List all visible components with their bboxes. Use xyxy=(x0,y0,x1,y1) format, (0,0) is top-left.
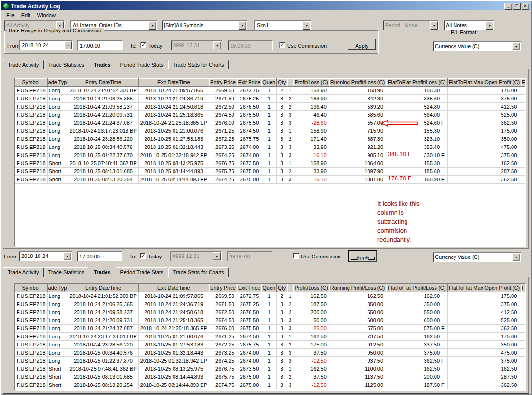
tab-period-trade-stats-lower[interactable]: Period Trade Stats xyxy=(116,267,168,277)
apply-button[interactable]: Apply xyxy=(348,39,376,50)
table-row[interactable]: F.US.EPZ18Long2018-10-25 01:22:37.870201… xyxy=(15,151,526,159)
tab-trade-stats-for-charts-lower[interactable]: Trade Stats for Charts xyxy=(168,267,229,277)
lower-from-date-select[interactable]: 2018-10-24 ▼ xyxy=(19,251,72,261)
tab-trade-activity-lower[interactable]: Trade Activity xyxy=(3,267,44,277)
lower-pl-format-select[interactable]: Currency Value (C) ▼ xyxy=(433,252,521,262)
column-header[interactable]: Symbol xyxy=(15,284,48,292)
cell: 2018-10-24 21:24:36.719 xyxy=(139,300,209,308)
tab-trade-activity[interactable]: Trade Activity xyxy=(3,60,44,69)
close-button[interactable]: × xyxy=(522,3,529,10)
cell: 175.00 xyxy=(293,341,329,349)
notes-filter-select[interactable]: All Notes ▼ xyxy=(444,20,494,30)
column-header[interactable]: Qty xyxy=(277,284,287,292)
to-date-select[interactable]: 9999-12-31 ▼ xyxy=(171,40,222,50)
today-checkbox[interactable] xyxy=(140,42,146,48)
column-header[interactable]: ade Typ xyxy=(48,284,68,292)
column-header[interactable]: Exit Price xyxy=(237,78,261,87)
table-row[interactable]: F.US.EPZ18Long2018-10-24 23:28:56.220201… xyxy=(15,135,526,143)
table-row[interactable]: F.US.EPZ18Short2018-10-25 08:13:20.25420… xyxy=(15,381,526,389)
table-row[interactable]: F.US.EPZ18Long2018-10-24 23:17:23.013 BP… xyxy=(15,333,526,341)
maximize-button[interactable]: □ xyxy=(513,3,521,10)
column-header[interactable]: Exit DateTime xyxy=(139,284,209,292)
table-row[interactable]: F.US.EPZ18Long2018-10-24 21:01:52.300 BP… xyxy=(15,292,526,300)
tab-trade-statistics[interactable]: Trade Statistics xyxy=(44,60,89,69)
table-row[interactable]: F.US.EPZ18Long2018-10-24 21:24:37.087201… xyxy=(15,325,526,333)
column-header[interactable]: Quen xyxy=(261,78,277,87)
column-header[interactable]: Qty xyxy=(277,78,287,87)
table-row[interactable]: F.US.EPZ18Long2018-10-24 23:17:23.013 BP… xyxy=(15,127,526,135)
column-header[interactable]: Entry DateTime xyxy=(68,78,138,87)
menu-file[interactable]: File xyxy=(3,11,18,19)
column-header[interactable]: Entry Price xyxy=(209,284,237,292)
column-header[interactable]: FlatToFlat Max Open Profit (C) xyxy=(448,284,521,292)
column-header[interactable]: Fl xyxy=(521,78,526,87)
symbols-filter-select[interactable]: [Sim]All Symbols ▼ xyxy=(162,20,247,30)
table-row[interactable]: F.US.EPZ18Long2018-10-24 21:09:58.237201… xyxy=(15,308,526,316)
lower-apply-button[interactable]: Apply xyxy=(349,251,377,262)
table-row[interactable]: F.US.EPZ18Short2018-10-25 08:13:01.68520… xyxy=(15,168,526,176)
column-header[interactable]: Exit DateTime xyxy=(139,78,209,87)
table-row[interactable]: F.US.EPZ18Long2018-10-25 00:34:40.576201… xyxy=(15,143,526,151)
column-header[interactable]: Profit/Loss (C) xyxy=(293,284,329,292)
use-commission-checkbox[interactable] xyxy=(279,42,285,48)
menu-window[interactable]: Window xyxy=(34,11,59,19)
table-row[interactable]: F.US.EPZ18Short2018-10-25 08:13:20.25420… xyxy=(15,176,526,184)
table-row[interactable]: F.US.EPZ18Long2018-10-24 21:20:09.731201… xyxy=(15,111,526,119)
table-row[interactable]: F.US.EPZ18Long2018-10-24 21:09:58.237201… xyxy=(15,103,526,111)
account-filter-select[interactable]: Sim1 ▼ xyxy=(254,20,311,30)
cell: F.US.EPZ18 xyxy=(15,135,48,143)
minimize-button[interactable]: _ xyxy=(504,3,512,10)
tab-trade-stats-for-charts[interactable]: Trade Stats for Charts xyxy=(168,60,229,69)
column-header[interactable] xyxy=(287,284,293,292)
lower-to-time-input[interactable] xyxy=(227,251,272,261)
table-row[interactable]: F.US.EPZ18Long2018-10-25 01:22:37.870201… xyxy=(15,357,526,365)
cell: F.US.EPZ18 xyxy=(15,333,48,341)
table-row[interactable]: F.US.EPZ18Short2018-10-25 07:48:41.362 B… xyxy=(15,159,526,168)
column-header[interactable]: Quen xyxy=(261,284,277,292)
column-header[interactable] xyxy=(287,78,293,87)
cell xyxy=(521,333,526,341)
column-header[interactable]: Symbol xyxy=(15,78,48,87)
to-time-input[interactable] xyxy=(228,40,273,50)
table-row[interactable]: F.US.EPZ18Long2018-10-24 21:20:09.731201… xyxy=(15,316,526,325)
table-row[interactable]: F.US.EPZ18Long2018-10-24 21:01:52.300 BP… xyxy=(15,87,526,95)
column-header[interactable]: Running Profit/Loss (C) xyxy=(329,284,386,292)
from-time-input[interactable] xyxy=(77,40,123,50)
column-header[interactable]: Profit/Loss (C) xyxy=(293,78,329,87)
from-date-select[interactable]: 2018-10-24 ▼ xyxy=(19,40,73,50)
tab-trades-lower[interactable]: Trades xyxy=(88,267,116,277)
pl-format-select[interactable]: Currency Value (C) ▼ xyxy=(433,41,521,51)
cell: 2018-10-24 23:28:56.220 xyxy=(68,341,138,349)
column-header[interactable]: FlatToFlat Max Open Profit (C) xyxy=(448,78,521,87)
cell: 1 xyxy=(261,381,277,389)
period-filter-select[interactable]: Period - None ▼ xyxy=(383,20,439,30)
column-header[interactable]: FlatToFlat Profit/Loss (C) xyxy=(386,78,448,87)
tab-trade-statistics-lower[interactable]: Trade Statistics xyxy=(44,267,89,277)
table-row[interactable]: F.US.EPZ18Short2018-10-25 08:13:01.68520… xyxy=(15,373,526,381)
column-header[interactable]: FlatToFlat Profit/Loss (C) xyxy=(386,284,448,292)
tab-period-trade-stats[interactable]: Period Trade Stats xyxy=(116,60,168,69)
cell: 162.50 xyxy=(293,292,329,300)
annotation-note: It looks like this column is subtracting… xyxy=(377,199,419,244)
lower-use-commission-checkbox[interactable] xyxy=(293,253,299,259)
lower-from-time-input[interactable] xyxy=(77,251,122,261)
table-row[interactable]: F.US.EPZ18Long2018-10-24 21:06:25.365201… xyxy=(15,300,526,308)
cell: F.US.EPZ18 xyxy=(15,87,48,95)
column-header[interactable]: Fl xyxy=(521,284,526,292)
chevron-down-icon: ▼ xyxy=(64,41,72,49)
column-header[interactable]: Running Profit/Loss (C) xyxy=(329,78,386,87)
table-row[interactable]: F.US.EPZ18Long2018-10-25 00:34:40.576201… xyxy=(15,349,526,357)
column-header[interactable]: Entry DateTime xyxy=(68,284,138,292)
column-header[interactable]: Exit Price xyxy=(237,284,261,292)
table-row[interactable]: F.US.EPZ18Long2018-10-24 23:28:56.220201… xyxy=(15,341,526,349)
column-header[interactable]: Entry Price xyxy=(209,78,237,87)
table-row[interactable]: F.US.EPZ18Long2018-10-24 21:06:25.365201… xyxy=(15,95,526,103)
lower-to-date-select[interactable]: 9999-12-31 ▼ xyxy=(170,251,222,261)
column-header[interactable]: ade Typ xyxy=(48,78,68,87)
table-row[interactable]: F.US.EPZ18Short2018-10-25 07:48:41.362 B… xyxy=(15,365,526,373)
cell: 412.50 xyxy=(448,103,521,111)
lower-today-checkbox[interactable] xyxy=(140,253,146,259)
table-row[interactable]: F.US.EPZ18Long2018-10-24 21:24:37.087201… xyxy=(15,119,526,127)
tab-trades[interactable]: Trades xyxy=(88,59,116,70)
menu-edit[interactable]: Edit xyxy=(18,11,34,19)
